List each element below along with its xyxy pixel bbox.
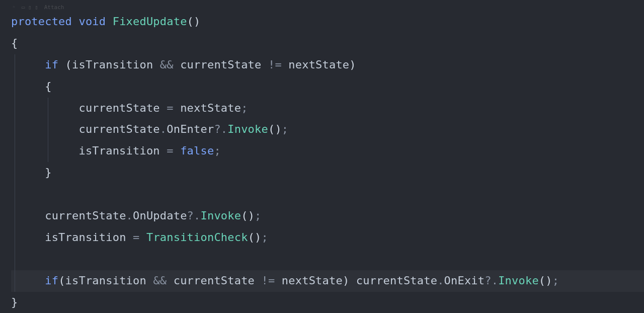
code-block[interactable]: protected void FixedUpdate() { if (isTra… <box>0 11 644 313</box>
operator: . <box>221 123 227 135</box>
paren: ) <box>349 58 356 71</box>
indent-guide <box>15 227 15 249</box>
brace: } <box>45 166 51 179</box>
indent-guide <box>15 249 15 270</box>
paren: ) <box>194 15 200 28</box>
operator: . <box>160 123 167 135</box>
method-name: FixedUpdate <box>113 15 187 28</box>
brace: { <box>45 80 51 93</box>
indent-guide <box>15 54 15 76</box>
indent-guide <box>15 140 15 162</box>
paren: ) <box>255 231 261 244</box>
identifier: nextState <box>288 58 349 71</box>
indent-guide <box>15 205 15 227</box>
identifier: currentState <box>356 274 437 287</box>
indent-guide <box>15 184 15 205</box>
method-name: TransitionCheck <box>146 231 248 244</box>
operator: ? <box>187 209 194 222</box>
operator: . <box>437 274 444 287</box>
operator: && <box>153 274 167 287</box>
identifier: currentState <box>180 58 261 71</box>
code-line[interactable]: isTransition = TransitionCheck(); <box>11 227 644 249</box>
identifier: nextState <box>282 274 343 287</box>
identifier: isTransition <box>72 58 153 71</box>
semicolon: ; <box>214 144 220 157</box>
indent-guide <box>15 76 15 98</box>
indent-guide <box>15 270 15 292</box>
paren: ( <box>539 274 545 287</box>
method-name: Invoke <box>201 209 242 222</box>
operator: != <box>268 58 282 71</box>
paren: ( <box>187 15 194 28</box>
keyword: if <box>45 58 58 71</box>
keyword: protected <box>11 15 72 28</box>
editor-toolbar: ◦ ▭ ▯ ▯ Attach <box>0 4 644 11</box>
indent-guide <box>48 98 48 119</box>
code-line[interactable]: protected void FixedUpdate() <box>11 11 644 33</box>
paren: ) <box>275 123 281 135</box>
operator: && <box>160 58 174 71</box>
code-line[interactable] <box>11 184 644 205</box>
code-line[interactable]: } <box>11 292 644 313</box>
identifier: nextState <box>180 102 241 114</box>
paren: ( <box>58 274 65 287</box>
operator: = <box>167 144 173 157</box>
operator: = <box>133 231 139 244</box>
code-line[interactable]: isTransition = false; <box>11 140 644 162</box>
brace: } <box>11 296 18 308</box>
operator: != <box>262 274 275 287</box>
property: OnExit <box>444 274 485 287</box>
paren: ) <box>248 209 255 222</box>
code-line[interactable]: currentState.OnUpdate?.Invoke(); <box>11 205 644 227</box>
property: OnUpdate <box>133 209 187 222</box>
semicolon: ; <box>255 209 261 222</box>
code-line[interactable]: } <box>11 162 644 184</box>
code-line[interactable]: { <box>11 76 644 98</box>
operator: . <box>126 209 133 222</box>
paren: ) <box>545 274 552 287</box>
identifier: currentState <box>78 123 159 135</box>
code-line[interactable]: if (isTransition && currentState != next… <box>11 54 644 76</box>
code-line[interactable]: currentState = nextState; <box>11 98 644 119</box>
keyword: void <box>78 15 106 28</box>
method-name: Invoke <box>498 274 539 287</box>
operator: ? <box>214 123 220 135</box>
indent-guide <box>15 162 15 184</box>
paren: ( <box>248 231 255 244</box>
property: OnEnter <box>167 123 214 135</box>
semicolon: ; <box>552 274 559 287</box>
paren: ) <box>343 274 349 287</box>
boolean: false <box>180 144 214 157</box>
identifier: isTransition <box>65 274 146 287</box>
identifier: currentState <box>45 209 126 222</box>
code-line[interactable]: { <box>11 33 644 54</box>
operator: . <box>492 274 498 287</box>
operator: ? <box>485 274 491 287</box>
identifier: isTransition <box>45 231 126 244</box>
keyword: if <box>45 274 58 287</box>
semicolon: ; <box>282 123 288 135</box>
code-editor[interactable]: ◦ ▭ ▯ ▯ Attach protected void FixedUpdat… <box>0 0 644 313</box>
indent-guide <box>15 98 15 119</box>
indent-guide <box>48 140 48 162</box>
brace: { <box>11 37 18 49</box>
paren: ( <box>268 123 275 135</box>
indent-guide <box>15 119 15 140</box>
indent-guide <box>48 119 48 140</box>
method-name: Invoke <box>227 123 268 135</box>
semicolon: ; <box>262 231 268 244</box>
identifier: currentState <box>174 274 255 287</box>
operator: = <box>167 102 173 114</box>
identifier: isTransition <box>78 144 159 157</box>
paren: ( <box>65 58 72 71</box>
semicolon: ; <box>241 102 248 114</box>
code-line[interactable]: if(isTransition && currentState != nextS… <box>11 270 644 292</box>
code-line[interactable]: currentState.OnEnter?.Invoke(); <box>11 119 644 140</box>
code-line[interactable] <box>11 249 644 270</box>
paren: ( <box>241 209 248 222</box>
identifier: currentState <box>78 102 159 114</box>
operator: . <box>194 209 200 222</box>
